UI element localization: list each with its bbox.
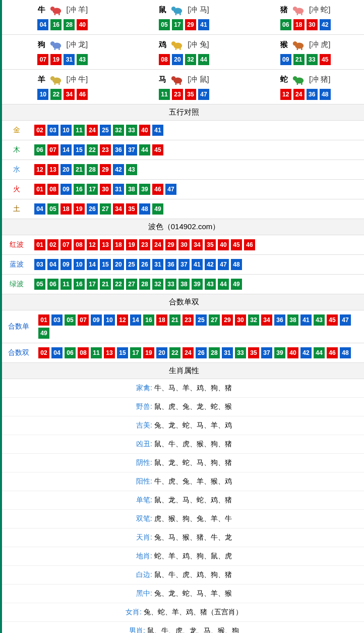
zodiac-icon: [168, 38, 186, 51]
number-ball: 06: [47, 279, 58, 290]
zodiac-icon: [290, 3, 307, 16]
number-ball: 46: [244, 239, 255, 250]
svg-rect-22: [297, 47, 298, 50]
number-ball: 33: [307, 54, 318, 65]
svg-rect-18: [175, 47, 177, 50]
zodiac-icon: [47, 73, 65, 86]
number-ball: 45: [231, 239, 242, 250]
number-ball: 06: [65, 347, 76, 358]
zodiac-icon: [168, 73, 186, 86]
number-ball: 23: [183, 314, 194, 326]
number-ball: 12: [117, 314, 128, 326]
number-ball: 35: [126, 203, 137, 215]
zodiac-name: 狗: [38, 40, 45, 49]
number-ball: 23: [172, 89, 183, 100]
wuxing-header: 五行对照: [2, 104, 364, 121]
attr-label: 凶丑:: [136, 440, 152, 448]
number-ball: 20: [156, 347, 167, 358]
svg-point-1: [50, 7, 55, 11]
svg-rect-26: [54, 82, 55, 85]
bose-header: 波色（014902.com）: [2, 219, 364, 235]
number-ball: 06: [34, 144, 45, 155]
zodiac-name: 猪: [280, 5, 288, 15]
number-ball: 40: [218, 239, 229, 250]
number-ball: 35: [205, 239, 216, 250]
svg-rect-31: [179, 82, 181, 85]
number-ball: 18: [293, 19, 305, 30]
svg-rect-34: [297, 82, 298, 85]
table-row: 火0108091617303138394647: [2, 180, 364, 199]
number-ball: 35: [185, 89, 196, 100]
number-ball: 20: [113, 259, 124, 270]
zodiac-name: 蛇: [280, 75, 288, 84]
zodiac-clash: [冲 蛇]: [309, 5, 331, 15]
attr-label: 吉美:: [136, 421, 152, 429]
number-ball: 45: [320, 54, 331, 65]
attr-label: 双笔:: [136, 514, 152, 522]
table-row: 金02031011242532334041: [2, 121, 364, 140]
number-ball: 11: [74, 125, 85, 136]
number-ball: 39: [192, 279, 203, 290]
number-ball: 15: [74, 144, 85, 155]
number-ball: 13: [47, 164, 58, 175]
number-ball: 09: [280, 54, 291, 65]
number-ball: 25: [100, 125, 111, 136]
number-ball: 44: [198, 54, 209, 65]
svg-rect-14: [54, 47, 55, 50]
attr-value: 蛇、羊、鸡、狗、鼠、虎: [154, 552, 232, 560]
zodiac-grid: 牛[冲 羊]04162840鼠[冲 马]05172941猪[冲 蛇]061830…: [2, 0, 364, 104]
number-ball: 22: [87, 144, 98, 155]
number-ball: 09: [91, 314, 102, 326]
attr-label: 黑中:: [136, 589, 152, 597]
number-ball: 46: [152, 184, 163, 195]
table-row: 合数单0103050709101214161821232527293032343…: [2, 310, 364, 343]
number-ball: 46: [77, 89, 88, 100]
number-ball: 20: [172, 54, 183, 65]
attr-value: 兔、龙、蛇、马、羊、鸡: [154, 421, 232, 429]
number-ball: 42: [300, 347, 312, 358]
attr-row: 吉美: 兔、龙、蛇、马、羊、鸡: [2, 416, 364, 435]
number-ball: 10: [37, 89, 48, 100]
number-ball: 32: [152, 279, 163, 290]
number-ball: 11: [91, 347, 102, 358]
number-ball: 48: [231, 259, 242, 270]
table-row: 土04051819262734354849: [2, 199, 364, 219]
number-ball: 30: [307, 19, 318, 30]
number-ball: 18: [60, 203, 72, 215]
svg-point-21: [293, 41, 297, 46]
number-ball: 42: [205, 259, 216, 270]
number-ball: 12: [280, 89, 291, 100]
number-ball: 38: [287, 314, 298, 326]
number-ball: 13: [100, 239, 111, 250]
number-ball: 30: [178, 239, 190, 250]
number-ball: 41: [152, 125, 163, 136]
table-row: 绿波05061116172122272832333839434449: [2, 275, 364, 294]
number-ball: 26: [196, 347, 207, 358]
number-ball: 39: [274, 347, 285, 358]
number-ball: 37: [178, 259, 190, 270]
number-ball: 16: [74, 184, 85, 195]
number-ball: 34: [64, 89, 75, 100]
number-ball: 23: [100, 144, 111, 155]
heshu-header: 合数单双: [2, 294, 364, 310]
zodiac-clash: [冲 鼠]: [188, 75, 209, 84]
svg-rect-3: [58, 13, 60, 15]
number-ball: 32: [248, 314, 259, 326]
attr-value: 鼠、牛、虎、龙、马、猴、狗: [147, 626, 239, 633]
zodiac-cell: 猴[冲 虎]09213345: [245, 35, 364, 70]
zodiac-icon: [290, 73, 307, 86]
number-ball: 34: [192, 239, 203, 250]
zodiac-clash: [冲 龙]: [67, 40, 88, 49]
row-label: 火: [2, 180, 31, 199]
number-ball: 08: [159, 54, 170, 65]
number-ball: 38: [126, 184, 137, 195]
number-ball: 02: [34, 125, 45, 136]
attr-row: 女肖: 兔、蛇、羊、鸡、猪（五宫肖）: [2, 603, 364, 622]
number-ball: 49: [231, 279, 242, 290]
number-ball: 28: [87, 164, 98, 175]
number-ball: 27: [126, 279, 137, 290]
attr-label: 单笔:: [136, 496, 152, 504]
number-ball: 44: [139, 144, 150, 155]
number-ball: 10: [74, 259, 85, 270]
attr-row: 单笔: 鼠、龙、马、蛇、鸡、猪: [2, 491, 364, 510]
